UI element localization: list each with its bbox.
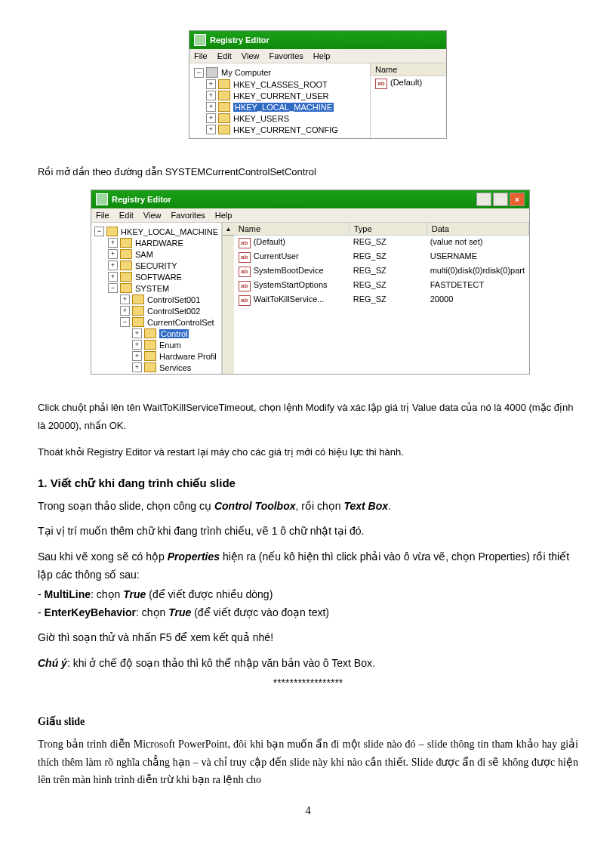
menu-help[interactable]: Help [313, 51, 331, 60]
expand-icon[interactable]: + [206, 102, 216, 112]
column-header-data[interactable]: Data [427, 223, 529, 235]
tree-item[interactable]: +HARDWARE [94, 237, 218, 248]
tree-item[interactable]: −SYSTEM [94, 282, 218, 294]
column-header-name[interactable]: Name [234, 223, 350, 235]
tree-root[interactable]: −HKEY_LOCAL_MACHINE [94, 226, 218, 237]
folder-icon [144, 351, 156, 361]
close-button[interactable]: × [510, 193, 525, 206]
expand-icon[interactable]: + [132, 362, 142, 372]
folder-icon [106, 227, 119, 236]
tree-item[interactable]: +HKEY_CURRENT_CONFIG [192, 124, 367, 135]
expand-icon[interactable]: + [206, 113, 216, 123]
menu-favorites[interactable]: Favorites [270, 51, 303, 60]
tree-item[interactable]: +ControlSet002 [94, 305, 218, 316]
collapse-icon[interactable]: − [94, 227, 104, 236]
paragraph: Rồi mở dần theo đường dẫn SYSTEMCurrentC… [38, 163, 578, 180]
paragraph: Click chuột phải lên tên WaitToKillServi… [38, 399, 578, 434]
column-header-type[interactable]: Type [350, 223, 427, 235]
expand-icon[interactable]: + [108, 261, 118, 270]
tree-item[interactable]: +SAM [94, 248, 218, 260]
titlebar: Registry Editor _ □ × [91, 190, 529, 208]
tree-root[interactable]: −My Computer [192, 66, 367, 79]
folder-icon [144, 362, 156, 372]
tree-item[interactable]: −CurrentControlSet [94, 316, 218, 328]
string-icon: ab [239, 281, 251, 291]
menu-view[interactable]: View [143, 211, 162, 220]
menu-edit[interactable]: Edit [119, 211, 134, 220]
string-icon: ab [239, 295, 251, 306]
value-row[interactable]: abSystemStartOptionsREG_SZFASTDETECT [234, 279, 529, 293]
folder-icon [120, 283, 132, 293]
folder-icon [132, 294, 144, 304]
window-buttons: _ □ × [476, 193, 525, 206]
values-panel: Name Type Data ab(Default)REG_SZ(value n… [234, 223, 529, 374]
expand-icon[interactable]: + [206, 91, 216, 100]
paragraph: Thoát khỏi Registry Editor và restart lạ… [38, 443, 578, 461]
maximize-button[interactable]: □ [493, 193, 508, 206]
registry-editor-window-1: Registry Editor File Edit View Favorites… [189, 30, 447, 139]
expand-icon[interactable]: + [120, 306, 130, 316]
list-header: Name Type Data [234, 223, 529, 236]
heading-1: 1. Viết chữ khi đang trình chiếu slide [38, 476, 578, 490]
tree-item-selected[interactable]: +Control [94, 328, 218, 339]
expand-icon[interactable]: + [206, 79, 216, 89]
expand-icon[interactable]: + [120, 294, 130, 304]
folder-icon [120, 261, 132, 270]
regedit-icon [194, 34, 206, 46]
tree-item[interactable]: +HKEY_CURRENT_USER [192, 90, 367, 101]
value-row[interactable]: abCurrentUserREG_SZUSERNAME [234, 250, 529, 264]
expand-icon[interactable]: + [108, 238, 118, 248]
menu-favorites[interactable]: Favorites [171, 211, 205, 220]
tree-scrollbar[interactable]: ▲ [222, 223, 234, 374]
tree-panel: −My Computer +HKEY_CLASSES_ROOT +HKEY_CU… [189, 63, 370, 138]
tree-item[interactable]: +ControlSet001 [94, 294, 218, 305]
expand-icon[interactable]: + [132, 351, 142, 361]
folder-icon [144, 328, 156, 338]
tree-item[interactable]: +Hardware Profil [94, 350, 218, 362]
window-title: Registry Editor [112, 195, 171, 204]
string-icon: ab [239, 252, 251, 263]
string-icon: ab [239, 238, 251, 248]
folder-icon [218, 113, 230, 123]
body-text: Trong soạn thảo slide, chọn công cụ Cont… [38, 498, 578, 692]
menu-edit[interactable]: Edit [217, 51, 232, 60]
expand-icon[interactable]: + [108, 272, 118, 282]
window-title: Registry Editor [210, 35, 270, 45]
value-row[interactable]: ab(Default) [371, 76, 446, 91]
expand-icon[interactable]: + [206, 125, 216, 134]
value-row[interactable]: ab(Default)REG_SZ(value not set) [234, 236, 529, 250]
tree-item[interactable]: +Services [94, 362, 218, 373]
minimize-button[interactable]: _ [476, 193, 491, 206]
collapse-icon[interactable]: − [108, 283, 118, 293]
menu-file[interactable]: File [194, 51, 208, 60]
expand-icon[interactable]: + [132, 340, 142, 350]
folder-icon [218, 79, 230, 89]
tree-item[interactable]: +SOFTWARE [94, 271, 218, 282]
expand-icon[interactable]: + [132, 328, 142, 338]
paragraph: Trong bản trình diễn Microsoft PowerPoin… [38, 735, 578, 789]
tree-item[interactable]: +HKEY_USERS [192, 113, 367, 124]
tree-item[interactable]: +SECURITY [94, 260, 218, 271]
menu-file[interactable]: File [96, 211, 109, 220]
tree-item[interactable]: +HKEY_CLASSES_ROOT [192, 79, 367, 90]
folder-icon [120, 272, 132, 282]
regedit-icon [96, 193, 108, 205]
page-number: 4 [38, 804, 578, 817]
tree-item[interactable]: LastKnownGoodRec [94, 373, 218, 374]
menu-view[interactable]: View [242, 51, 260, 60]
expand-icon[interactable]: + [108, 249, 118, 259]
menubar: File Edit View Favorites Help [91, 208, 529, 223]
folder-icon [144, 340, 156, 350]
folder-icon [218, 91, 230, 100]
scroll-up-icon[interactable]: ▲ [223, 223, 234, 236]
column-header-name[interactable]: Name [371, 63, 446, 76]
separator: ***************** [38, 674, 578, 692]
tree-item[interactable]: +Enum [94, 339, 218, 350]
collapse-icon[interactable]: − [120, 317, 130, 327]
value-row[interactable]: abWaitToKillService...REG_SZ20000 [234, 293, 529, 307]
collapse-icon[interactable]: − [194, 68, 204, 78]
tree-item-selected[interactable]: +HKEY_LOCAL_MACHINE [192, 101, 367, 113]
menu-help[interactable]: Help [215, 211, 233, 220]
computer-icon [206, 67, 218, 78]
value-row[interactable]: abSystemBootDeviceREG_SZmulti(0)disk(0)r… [234, 264, 529, 279]
